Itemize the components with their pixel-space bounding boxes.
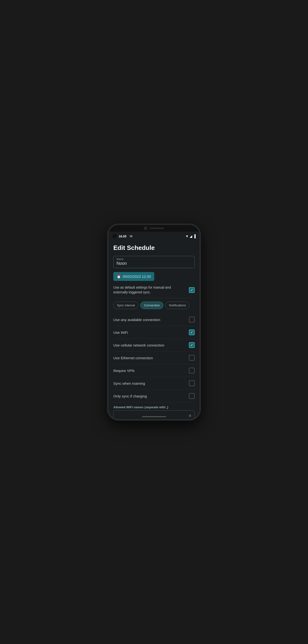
checkmark-icon: ✓ xyxy=(190,288,193,292)
tab-connection[interactable]: Connection xyxy=(140,302,163,309)
status-time: 16.05 xyxy=(119,234,126,238)
option-checkbox[interactable] xyxy=(189,317,195,322)
side-button xyxy=(200,312,201,322)
phone-screen: 16.05 Ⅶ ▼ ◢ ▐ Edit Schedule Name Noon ⏰ … xyxy=(108,232,200,419)
option-checkbox[interactable] xyxy=(189,368,195,374)
battery-icon: ▐ xyxy=(193,234,196,238)
option-checkbox[interactable] xyxy=(189,380,195,386)
option-checkbox[interactable] xyxy=(189,393,195,399)
status-left: 16.05 Ⅶ xyxy=(112,234,132,238)
option-label: Use WiFi xyxy=(113,330,128,334)
allowed-wifi-label: Allowed WiFi names (separate with ,) xyxy=(113,406,195,409)
status-right: ▼ ◢ ▐ xyxy=(185,234,196,238)
phone-top xyxy=(108,225,200,232)
checkmark-icon: ✓ xyxy=(190,331,193,334)
option-row: Use WiFi✓ xyxy=(113,326,195,339)
option-label: Only sync if charging xyxy=(113,394,147,398)
clock-icon: ⏰ xyxy=(117,275,121,278)
default-settings-row: Use as default settings for manual and e… xyxy=(113,285,195,298)
date-button[interactable]: ⏰ 05/02/2023 12.00 xyxy=(113,272,154,281)
signal-bars: ◢ xyxy=(190,234,192,238)
phone-frame: 16.05 Ⅶ ▼ ◢ ▐ Edit Schedule Name Noon ⏰ … xyxy=(107,224,201,420)
tab-sync-interval[interactable]: Sync interval xyxy=(113,302,138,309)
option-row: Require VPN xyxy=(113,364,195,377)
page-title: Edit Schedule xyxy=(113,244,195,252)
name-value[interactable]: Noon xyxy=(116,261,127,266)
signal-icon: Ⅶ xyxy=(129,235,132,238)
option-label: Use Ethernet connection xyxy=(113,356,153,360)
option-checkbox[interactable] xyxy=(189,355,195,361)
camera xyxy=(144,226,147,230)
options-list: Use any available connectionUse WiFi✓Use… xyxy=(113,313,195,402)
status-dot xyxy=(112,234,117,238)
option-row: Use any available connection xyxy=(113,313,195,326)
option-row: Use Ethernet connection xyxy=(113,352,195,364)
default-settings-text: Use as default settings for manual and e… xyxy=(113,285,189,294)
speaker xyxy=(150,228,164,229)
wifi-icon: ▼ xyxy=(185,234,189,238)
default-settings-checkbox[interactable]: ✓ xyxy=(189,287,195,293)
checkmark-icon: ✓ xyxy=(190,344,193,347)
option-row: Only sync if charging xyxy=(113,390,195,402)
allowed-wifi-field[interactable]: ✕ xyxy=(113,410,195,419)
option-label: Sync when roaming xyxy=(113,381,145,386)
option-checkbox[interactable]: ✓ xyxy=(189,342,195,348)
date-button-text: 05/02/2023 12.00 xyxy=(123,274,151,278)
option-row: Sync when roaming xyxy=(113,377,195,390)
name-label: Name xyxy=(116,258,192,260)
home-bar xyxy=(142,416,166,417)
option-checkbox[interactable]: ✓ xyxy=(189,330,195,335)
option-label: Use any available connection xyxy=(113,318,160,322)
tab-notifications[interactable]: Notifications xyxy=(165,302,190,309)
option-row: Use cellular network connection✓ xyxy=(113,339,195,352)
content-area[interactable]: Edit Schedule Name Noon ⏰ 05/02/2023 12.… xyxy=(108,240,200,419)
clear-allowed-wifi-icon[interactable]: ✕ xyxy=(188,414,192,418)
status-bar: 16.05 Ⅶ ▼ ◢ ▐ xyxy=(108,232,200,240)
tab-bar: Sync interval Connection Notifications xyxy=(113,302,195,309)
option-label: Require VPN xyxy=(113,368,134,373)
name-input-group: Name Noon xyxy=(113,256,195,268)
option-label: Use cellular network connection xyxy=(113,343,164,347)
